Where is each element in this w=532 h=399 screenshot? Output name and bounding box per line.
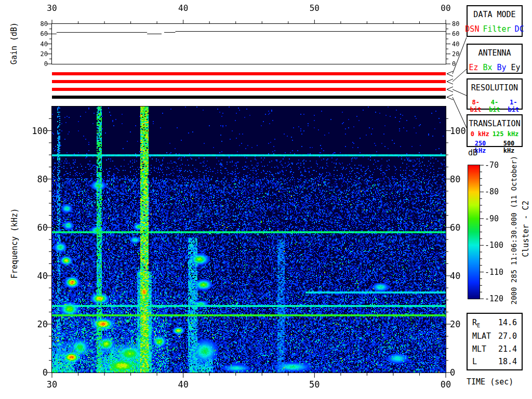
tick-label: 0 — [30, 61, 48, 67]
tick-label: -70 — [485, 162, 511, 169]
data-mode-filter: Filter — [483, 24, 511, 34]
l-value: 18.4 — [498, 357, 517, 366]
antenna-bx: Bx — [483, 63, 492, 72]
antenna-by: By — [497, 63, 507, 72]
gain-plot-frame — [51, 23, 446, 64]
status-bar-data-mode — [52, 72, 446, 75]
translation-title: TRANSLATION — [468, 119, 522, 128]
l-label: L — [472, 357, 477, 366]
tick-label: 00 — [435, 380, 456, 389]
tick-label: 50 — [304, 4, 325, 12]
tick-label: 80 — [27, 175, 48, 184]
antenna-panel: ANTENNA Ez Bx By Ey — [467, 44, 523, 74]
tick-label: 40 — [30, 41, 48, 47]
tick-label: 60 — [30, 31, 48, 37]
tick-label: 20 — [30, 51, 48, 57]
tick-label: 50 — [304, 380, 325, 389]
time-axis-label: TIME (sec) — [467, 378, 513, 386]
colorbar-gradient — [468, 165, 480, 299]
translation-panel: TRANSLATION 0 kHz 125 kHz 250 kHz 500 kH… — [467, 114, 523, 147]
wbd-spectrogram-display: Gain (dB) Frequency (kHz) DATA MODE DSN … — [0, 0, 532, 399]
mlt-value: 21.4 — [498, 344, 517, 354]
tick-label: -90 — [485, 215, 511, 223]
tick-label: -80 — [485, 188, 511, 196]
resolution-4bit: 4-bit — [486, 99, 502, 113]
resolution-8bit: 8-bit — [468, 99, 484, 113]
re-label: R — [472, 318, 477, 327]
tick-label: 20 — [27, 320, 48, 329]
ephemeris-row-l: L 18.4 — [472, 357, 517, 366]
gain-axis-label: Gain (dB) — [10, 15, 18, 72]
translation-0khz: 0 kHz — [471, 130, 489, 138]
ephemeris-row-mlat: MLAT 27.0 — [472, 331, 517, 341]
resolution-1bit: 1-bit — [506, 99, 522, 113]
tick-label: -110 — [485, 269, 511, 276]
colorbar-frame — [468, 165, 480, 299]
tick-label: 80 — [30, 21, 48, 27]
ephemeris-panel: RE 14.6 MLAT 27.0 MLT 21.4 L 18.4 — [467, 313, 523, 370]
timestamp-label: 2000 285 11:06:30.000 (11 October) — [510, 152, 517, 308]
data-mode-dc: DC — [515, 24, 524, 34]
translation-500khz: 500 kHz — [496, 140, 522, 154]
tick-label: 40 — [173, 380, 194, 389]
tick-label: 60 — [27, 223, 48, 232]
re-sub: E — [477, 323, 480, 328]
ephemeris-row-mlt: MLT 21.4 — [472, 344, 517, 354]
mlat-label: MLAT — [472, 331, 491, 341]
data-mode-title: DATA MODE — [468, 10, 522, 19]
resolution-title: RESOLUTION — [468, 83, 522, 92]
tick-label: 30 — [42, 4, 62, 12]
tick-label: 40 — [173, 4, 194, 12]
spectrogram-canvas — [52, 107, 446, 373]
tick-label: -120 — [485, 295, 511, 303]
tick-label: -100 — [485, 242, 511, 249]
frequency-axis-label: Frequency (kHz) — [11, 202, 19, 285]
mlt-label: MLT — [472, 344, 486, 354]
colorbar-unit-label: dB — [468, 149, 477, 157]
re-value: 14.6 — [498, 318, 517, 328]
data-mode-dsn: DSN — [465, 24, 479, 34]
ephemeris-row-re: RE 14.6 — [472, 318, 517, 328]
data-mode-panel: DATA MODE DSN Filter DC — [467, 5, 523, 37]
status-bar-antenna — [52, 80, 446, 83]
spectrogram-frame — [51, 106, 446, 373]
resolution-panel: RESOLUTION 8-bit 4-bit 1-bit — [467, 78, 523, 110]
antenna-title: ANTENNA — [468, 48, 522, 58]
tick-label: 00 — [435, 4, 456, 12]
status-bar-resolution — [52, 88, 446, 91]
antenna-ey: Ey — [511, 63, 521, 72]
tick-label: 100 — [27, 127, 48, 136]
antenna-ez: Ez — [469, 63, 478, 72]
tick-label: 40 — [27, 272, 48, 281]
mlat-value: 27.0 — [498, 331, 517, 341]
tick-label: 0 — [27, 368, 48, 377]
status-bar-translation — [52, 96, 446, 99]
spacecraft-label: Cluster - C2 — [522, 185, 530, 273]
tick-label: 30 — [42, 380, 62, 389]
translation-125khz: 125 kHz — [493, 130, 519, 138]
